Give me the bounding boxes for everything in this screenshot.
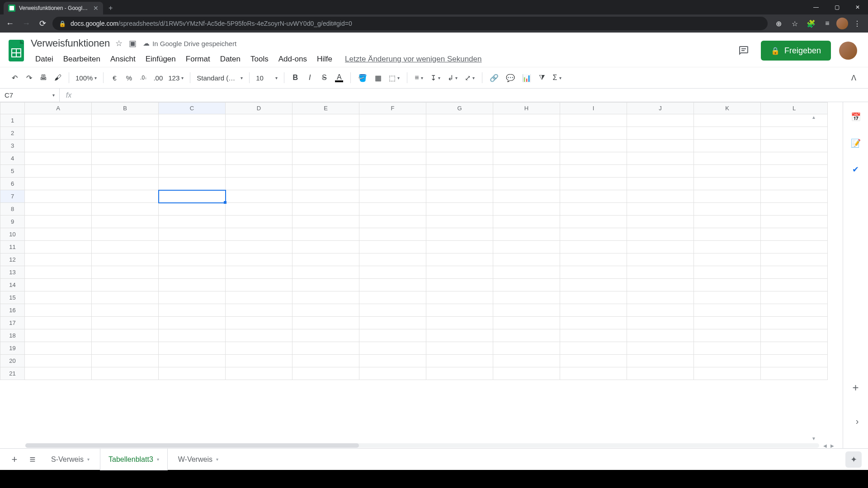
cell[interactable] bbox=[426, 241, 493, 253]
row-header[interactable]: 19 bbox=[0, 342, 25, 355]
cell[interactable] bbox=[560, 253, 627, 266]
h-align-button[interactable]: ≡ bbox=[412, 71, 425, 84]
cell[interactable] bbox=[359, 253, 426, 266]
cell[interactable] bbox=[694, 178, 761, 190]
scroll-left-icon[interactable]: ◀ bbox=[822, 443, 828, 448]
sheet-tab-sverweis[interactable]: S-Verweis ▾ bbox=[42, 449, 98, 470]
cell[interactable] bbox=[493, 228, 560, 241]
text-wrap-button[interactable]: ↲ bbox=[445, 71, 460, 84]
add-addon-icon[interactable]: + bbox=[852, 381, 859, 394]
forward-button[interactable]: → bbox=[20, 17, 33, 30]
column-header[interactable]: H bbox=[493, 103, 560, 114]
cell[interactable] bbox=[761, 216, 828, 228]
cell[interactable] bbox=[25, 304, 92, 317]
calendar-icon[interactable]: 📅 bbox=[849, 110, 863, 124]
formula-input[interactable] bbox=[78, 89, 868, 102]
cell[interactable] bbox=[359, 114, 426, 127]
row-header[interactable]: 5 bbox=[0, 165, 25, 178]
insert-chart-button[interactable]: 📊 bbox=[519, 71, 534, 84]
comments-button[interactable] bbox=[735, 42, 753, 60]
cell[interactable] bbox=[761, 140, 828, 152]
cell[interactable] bbox=[627, 329, 694, 342]
cell[interactable] bbox=[359, 329, 426, 342]
cell[interactable] bbox=[761, 190, 828, 203]
keep-icon[interactable]: 📝 bbox=[849, 136, 863, 150]
cell[interactable] bbox=[359, 190, 426, 203]
row-header[interactable]: 20 bbox=[0, 355, 25, 367]
row-header[interactable]: 14 bbox=[0, 279, 25, 291]
cell[interactable] bbox=[92, 355, 159, 367]
cell[interactable] bbox=[159, 367, 226, 380]
undo-button[interactable]: ↶ bbox=[8, 71, 21, 84]
cell[interactable] bbox=[159, 127, 226, 140]
cell[interactable] bbox=[92, 291, 159, 304]
cell[interactable] bbox=[226, 279, 292, 291]
cell[interactable] bbox=[426, 178, 493, 190]
account-avatar[interactable] bbox=[839, 42, 857, 60]
address-bar[interactable]: 🔒 docs.google.com/spreadsheets/d/1RW5vYM… bbox=[52, 17, 768, 30]
cell[interactable] bbox=[92, 152, 159, 165]
cell[interactable] bbox=[493, 304, 560, 317]
cell[interactable] bbox=[226, 342, 292, 355]
number-format-dropdown[interactable]: 123 bbox=[166, 71, 185, 84]
cell[interactable] bbox=[426, 279, 493, 291]
cell[interactable] bbox=[292, 203, 359, 216]
cell[interactable] bbox=[226, 216, 292, 228]
cell[interactable] bbox=[25, 241, 92, 253]
scroll-down-icon[interactable]: ▼ bbox=[811, 435, 816, 442]
cell[interactable] bbox=[292, 165, 359, 178]
cell[interactable] bbox=[493, 317, 560, 329]
cell[interactable] bbox=[627, 266, 694, 279]
cell[interactable] bbox=[226, 127, 292, 140]
cell[interactable] bbox=[25, 114, 92, 127]
cell[interactable] bbox=[560, 190, 627, 203]
cell[interactable] bbox=[694, 342, 761, 355]
minimize-button[interactable]: — bbox=[806, 0, 826, 14]
cell[interactable] bbox=[627, 216, 694, 228]
merge-cells-button[interactable]: ⬚ bbox=[386, 71, 402, 84]
cell[interactable] bbox=[92, 203, 159, 216]
cell[interactable] bbox=[25, 355, 92, 367]
cell[interactable] bbox=[560, 114, 627, 127]
row-header[interactable]: 9 bbox=[0, 216, 25, 228]
cell[interactable] bbox=[560, 216, 627, 228]
cell[interactable] bbox=[694, 291, 761, 304]
cell[interactable] bbox=[25, 279, 92, 291]
cell[interactable] bbox=[92, 266, 159, 279]
cell[interactable] bbox=[627, 127, 694, 140]
horizontal-scrollbar[interactable]: ◀ ▶ bbox=[25, 443, 835, 448]
cell[interactable] bbox=[627, 253, 694, 266]
functions-button[interactable]: Σ bbox=[550, 71, 564, 84]
cell[interactable] bbox=[694, 266, 761, 279]
column-header[interactable]: D bbox=[226, 103, 292, 114]
cell[interactable] bbox=[359, 127, 426, 140]
expand-side-panel-button[interactable]: › bbox=[848, 412, 866, 430]
cell[interactable] bbox=[159, 216, 226, 228]
cell[interactable] bbox=[426, 266, 493, 279]
cell[interactable] bbox=[761, 253, 828, 266]
scroll-right-icon[interactable]: ▶ bbox=[829, 443, 835, 448]
menu-insert[interactable]: Einfügen bbox=[141, 53, 180, 66]
cell[interactable] bbox=[694, 165, 761, 178]
cell[interactable] bbox=[761, 203, 828, 216]
cell[interactable] bbox=[226, 140, 292, 152]
menu-data[interactable]: Daten bbox=[216, 53, 245, 66]
cell[interactable] bbox=[226, 317, 292, 329]
cell[interactable] bbox=[627, 279, 694, 291]
cell[interactable] bbox=[226, 304, 292, 317]
menu-file[interactable]: Datei bbox=[31, 53, 58, 66]
cell[interactable] bbox=[426, 304, 493, 317]
cell[interactable] bbox=[761, 329, 828, 342]
cell[interactable] bbox=[761, 279, 828, 291]
fill-color-button[interactable]: 🪣 bbox=[355, 71, 370, 84]
vertical-scrollbar[interactable]: ▲ ▼ bbox=[811, 114, 816, 442]
cell[interactable] bbox=[426, 291, 493, 304]
cell[interactable] bbox=[560, 140, 627, 152]
cell[interactable] bbox=[359, 355, 426, 367]
cell[interactable] bbox=[292, 241, 359, 253]
cell[interactable] bbox=[560, 342, 627, 355]
cell[interactable] bbox=[426, 165, 493, 178]
cell[interactable] bbox=[226, 228, 292, 241]
cell[interactable] bbox=[292, 216, 359, 228]
cell[interactable] bbox=[694, 190, 761, 203]
